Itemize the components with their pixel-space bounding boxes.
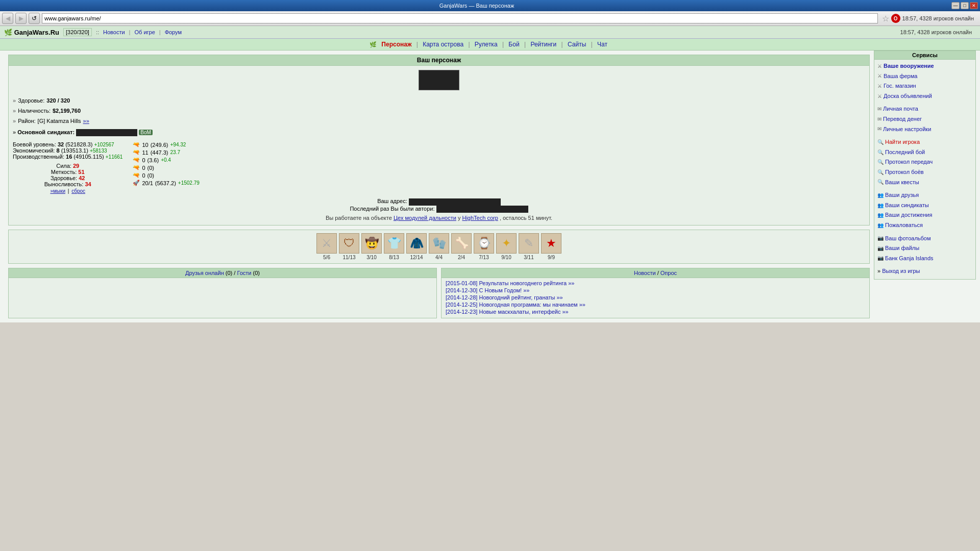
equip-slot-0[interactable]: ⚔5/6 — [316, 233, 337, 260]
equip-item-5[interactable]: 🧤 — [429, 233, 449, 254]
equip-count-5: 4/4 — [435, 255, 443, 260]
nav-map[interactable]: Карта острова — [420, 41, 467, 48]
equip-count-3: 8/13 — [389, 255, 399, 260]
equip-slot-7[interactable]: ⌚7/13 — [474, 233, 494, 260]
equip-item-4[interactable]: 🧥 — [406, 233, 427, 254]
equip-slot-5[interactable]: 🧤4/4 — [429, 233, 449, 260]
service-anchor-3-3[interactable]: Пожаловаться — [885, 221, 923, 230]
bookmark-icon[interactable]: ☆ — [882, 14, 889, 23]
news-item-2: [2014-12-28] Новогодний рейтинг, гранаты… — [446, 294, 865, 300]
skills-link[interactable]: »мыки — [50, 188, 65, 194]
equip-item-8[interactable]: ✦ — [496, 233, 517, 254]
service-anchor-4-1[interactable]: Ваши файлы — [885, 244, 919, 253]
nav-ratings[interactable]: Рейтинги — [527, 41, 559, 48]
ip-address — [409, 198, 501, 206]
work-link2[interactable]: HighTech corp — [462, 215, 498, 221]
news-link-4[interactable]: [2014-12-23] Новые маскхалаты, интерфейс… — [446, 309, 569, 315]
weapon6-row: 🚀 20/1 (5637.2) +1502.79 — [133, 180, 225, 186]
service-anchor-2-2[interactable]: Протокол передач — [885, 158, 933, 167]
browser-toolbar: ◀ ▶ ↺ ☆ O 18:57, 4328 игроков онлайн — [0, 11, 980, 26]
logout-link[interactable]: Выход из игры — [882, 267, 920, 276]
maximize-button[interactable]: □ — [961, 2, 969, 9]
equip-item-0[interactable]: ⚔ — [316, 233, 337, 254]
news-link-1[interactable]: [2014-12-30] С Новым Годом! »» — [446, 287, 529, 293]
address-bar[interactable] — [42, 13, 878, 23]
close-button[interactable]: ✕ — [970, 2, 978, 9]
service-icon-3-0: 👥 — [877, 191, 884, 199]
nav-sites[interactable]: Сайты — [565, 41, 589, 48]
reset-link[interactable]: сброс — [71, 188, 85, 194]
equip-item-1[interactable]: 🛡 — [339, 233, 359, 254]
service-link-4-0: 📷Ваш фотоальбом — [877, 234, 972, 243]
forward-button[interactable]: ▶ — [15, 13, 27, 24]
equip-slot-3[interactable]: 👕8/13 — [384, 233, 404, 260]
service-anchor-0-3[interactable]: Доска объявлений — [884, 92, 932, 101]
nav-about[interactable]: Об игре — [134, 29, 155, 35]
service-anchor-0-2[interactable]: Гос. магазин — [884, 82, 916, 91]
attr-links: »мыки | сброс — [13, 188, 122, 194]
equip-slot-6[interactable]: 🦴2/4 — [451, 233, 472, 260]
equip-icon-0: ⚔ — [322, 237, 332, 250]
service-anchor-2-4[interactable]: Ваши квесты — [885, 178, 919, 187]
equip-item-7[interactable]: ⌚ — [474, 233, 494, 254]
service-icon-4-1: 📷 — [877, 244, 884, 253]
news-link[interactable]: Новости — [634, 270, 656, 276]
service-anchor-0-0[interactable]: Ваше вооружение — [884, 62, 934, 71]
service-link-3-3: 👥Пожаловаться — [877, 221, 972, 230]
service-icon-4-2: 📷 — [877, 254, 884, 262]
guests-link[interactable]: Гости — [237, 270, 251, 276]
equip-item-2[interactable]: 🤠 — [361, 233, 382, 254]
equip-icon-4: 🧥 — [410, 237, 424, 250]
nav-news[interactable]: Новости — [103, 29, 125, 35]
service-anchor-0-1[interactable]: Ваша ферма — [884, 72, 917, 81]
nav-chat[interactable]: Чат — [594, 41, 610, 48]
nav-roulette[interactable]: Рулетка — [472, 41, 501, 48]
service-anchor-3-2[interactable]: Ваши достижения — [885, 211, 932, 220]
service-anchor-1-0[interactable]: Личная почта — [883, 105, 918, 114]
friends-link[interactable]: Друзья онлайн — [185, 270, 224, 276]
back-button[interactable]: ◀ — [2, 13, 13, 24]
news-link-2[interactable]: [2014-12-28] Новогодний рейтинг, гранаты… — [446, 294, 563, 300]
hp-attr-row: Здоровье: 42 — [13, 175, 122, 181]
equip-slot-2[interactable]: 🤠3/10 — [361, 233, 382, 260]
equip-slot-1[interactable]: 🛡11/13 — [339, 233, 359, 260]
equip-count-2: 3/10 — [366, 255, 376, 260]
equip-item-6[interactable]: 🦴 — [451, 233, 472, 254]
service-anchor-3-1[interactable]: Ваши синдикаты — [885, 201, 929, 210]
equip-slot-9[interactable]: ✎3/11 — [519, 233, 539, 260]
equip-item-10[interactable]: ★ — [541, 233, 561, 254]
service-anchor-3-0[interactable]: Ваши друзья — [885, 191, 919, 200]
money-row: » Наличность: $2,199,760 — [13, 106, 865, 116]
service-icon-0-1: ⚔ — [877, 72, 882, 80]
region-link[interactable]: »» — [83, 116, 89, 127]
online-time: 18:57, 4328 игроков онлайн — [900, 29, 976, 35]
service-anchor-1-2[interactable]: Личные настройки — [883, 125, 931, 134]
service-anchor-2-3[interactable]: Протокол боёв — [885, 168, 924, 177]
news-link-0[interactable]: [2015-01-08] Результаты новогоднего рейт… — [446, 280, 574, 286]
nav-forum[interactable]: Форум — [165, 29, 182, 35]
equip-item-3[interactable]: 👕 — [384, 233, 404, 254]
minimize-button[interactable]: — — [951, 2, 960, 9]
work-link1[interactable]: Цех модулей дальности — [394, 215, 456, 221]
weapon1-row: 🔫 10 (249.6) +94.32 — [133, 141, 225, 148]
equip-slot-8[interactable]: ✦9/10 — [496, 233, 517, 260]
window-title: GanjaWars — Ваш персонаж — [2, 3, 951, 9]
weapon3-row: 🔫 0 (3.6) +0.4 — [133, 157, 225, 163]
window-controls: — □ ✕ — [951, 2, 978, 9]
equip-slot-10[interactable]: ★9/9 — [541, 233, 561, 260]
equipment-bar: ⚔5/6🛡11/13🤠3/10👕8/13🧥12/14🧤4/4🦴2/4⌚7/13✦… — [8, 230, 870, 264]
service-anchor-2-0[interactable]: Найти игрока — [885, 138, 920, 147]
nav-battle[interactable]: Бой — [505, 41, 522, 48]
nav-character[interactable]: Персонаж — [378, 41, 414, 48]
poll-link[interactable]: Опрос — [660, 270, 677, 276]
news-link-3[interactable]: [2014-12-25] Новогодная программа: мы на… — [446, 302, 585, 308]
service-anchor-4-0[interactable]: Ваш фотоальбом — [885, 234, 931, 243]
equip-slot-4[interactable]: 🧥12/14 — [406, 233, 427, 260]
last-login-value — [436, 206, 528, 213]
equip-item-9[interactable]: ✎ — [519, 233, 539, 254]
service-anchor-2-1[interactable]: Последний бой — [885, 148, 925, 157]
reload-button[interactable]: ↺ — [29, 13, 40, 24]
service-anchor-1-1[interactable]: Перевод денег — [883, 115, 922, 124]
service-anchor-4-2[interactable]: Банк Ganja Islands — [885, 254, 934, 263]
service-link-4-1: 📷Ваши файлы — [877, 244, 972, 253]
